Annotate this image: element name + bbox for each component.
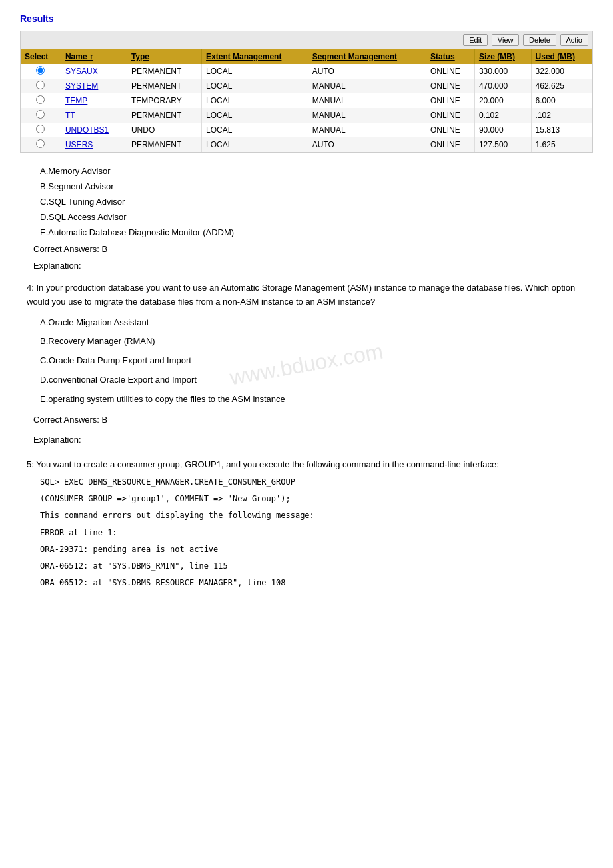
q4-option-D: D.conventional Oracle Export and Import <box>27 373 593 387</box>
table-row: USERS PERMANENT LOCAL AUTO ONLINE 127.50… <box>21 137 592 152</box>
col-used[interactable]: Used (MB) <box>531 49 592 64</box>
row-size: 330.000 <box>474 64 531 79</box>
row-segment: AUTO <box>308 137 426 152</box>
row-name[interactable]: SYSTEM <box>61 79 127 93</box>
row-status: ONLINE <box>426 93 475 108</box>
row-type: PERMANENT <box>127 137 201 152</box>
q4-option-E: E.operating system utilities to copy the… <box>27 393 593 407</box>
row-radio-cell[interactable] <box>21 108 61 123</box>
q5-text: You want to create a consumer group, GRO… <box>36 459 499 469</box>
col-select: Select <box>21 49 61 64</box>
row-size: 0.102 <box>474 108 531 123</box>
q5-code-line-3: ERROR at line 1: <box>27 527 593 539</box>
q5-code-line-5: ORA-06512: at "SYS.DBMS_RMIN", line 115 <box>27 560 593 573</box>
row-name[interactable]: SYSAUX <box>61 64 127 79</box>
table-toolbar: Edit View Delete Actio <box>21 31 592 49</box>
row-segment: MANUAL <box>308 123 426 137</box>
row-size: 20.000 <box>474 93 531 108</box>
row-size: 470.000 <box>474 79 531 93</box>
table-row: SYSTEM PERMANENT LOCAL MANUAL ONLINE 470… <box>21 79 592 93</box>
row-size: 127.500 <box>474 137 531 152</box>
table-row: TEMP TEMPORARY LOCAL MANUAL ONLINE 20.00… <box>21 93 592 108</box>
q5-number: 5: <box>27 459 34 469</box>
col-size[interactable]: Size (MB) <box>474 49 531 64</box>
view-button[interactable]: View <box>492 34 520 46</box>
row-radio[interactable] <box>36 110 45 119</box>
q3-option-E: E.Automatic Database Diagnostic Monitor … <box>27 227 586 237</box>
q4-explanation: Explanation: <box>27 433 593 447</box>
row-segment: MANUAL <box>308 79 426 93</box>
row-type: UNDO <box>127 123 201 137</box>
row-used: 322.000 <box>531 64 592 79</box>
q3-option-B: B.Segment Advisor <box>27 181 586 191</box>
row-name[interactable]: USERS <box>61 137 127 152</box>
col-segment[interactable]: Segment Management <box>308 49 426 64</box>
col-extent[interactable]: Extent Management <box>202 49 308 64</box>
row-radio[interactable] <box>36 81 45 89</box>
delete-button[interactable]: Delete <box>523 34 556 46</box>
row-extent: LOCAL <box>202 123 308 137</box>
question3-options: A.Memory AdvisorB.Segment AdvisorC.SQL T… <box>20 166 593 271</box>
table-row: UNDOTBS1 UNDO LOCAL MANUAL ONLINE 90.000… <box>21 123 592 137</box>
row-status: ONLINE <box>426 64 475 79</box>
row-radio-cell[interactable] <box>21 93 61 108</box>
q4-option-C: C.Oracle Data Pump Export and Import <box>27 354 593 368</box>
row-used: 15.813 <box>531 123 592 137</box>
row-radio-cell[interactable] <box>21 123 61 137</box>
row-name[interactable]: TEMP <box>61 93 127 108</box>
q4-text: 4: In your production database you want … <box>27 281 593 309</box>
row-type: PERMANENT <box>127 79 201 93</box>
table-row: SYSAUX PERMANENT LOCAL AUTO ONLINE 330.0… <box>21 64 592 79</box>
row-type: PERMANENT <box>127 64 201 79</box>
row-type: PERMANENT <box>127 108 201 123</box>
row-radio-cell[interactable] <box>21 64 61 79</box>
q4-correct: Correct Answers: B <box>27 413 593 427</box>
row-status: ONLINE <box>426 137 475 152</box>
row-radio[interactable] <box>36 95 45 104</box>
q5-code-line-6: ORA-06512: at "SYS.DBMS_RESOURCE_MANAGER… <box>27 577 593 589</box>
q3-option-D: D.SQL Access Advisor <box>27 212 586 222</box>
table-container: Edit View Delete Actio Select Name ↑ Typ… <box>20 31 593 153</box>
q5-code-line-4: ORA-29371: pending area is not active <box>27 543 593 556</box>
col-status[interactable]: Status <box>426 49 475 64</box>
q5-code-line-0: SQL> EXEC DBMS_RESOURCE_MANAGER.CREATE_C… <box>27 476 593 489</box>
action-button[interactable]: Actio <box>560 34 588 46</box>
q3-option-C: C.SQL Tuning Advisor <box>27 197 586 207</box>
q5-code-line-1: (CONSUMER_GROUP =>'group1', COMMENT => '… <box>27 493 593 505</box>
row-name[interactable]: TT <box>61 108 127 123</box>
row-status: ONLINE <box>426 108 475 123</box>
question4-block: www.bduox.com 4: In your production data… <box>20 281 593 447</box>
row-used: 1.625 <box>531 137 592 152</box>
row-segment: MANUAL <box>308 93 426 108</box>
tablespace-table: Select Name ↑ Type Extent Management Seg… <box>21 49 592 152</box>
row-segment: MANUAL <box>308 108 426 123</box>
q3-correct: Correct Answers: B <box>27 244 586 254</box>
q4-number: 4: <box>27 283 34 293</box>
row-status: ONLINE <box>426 123 475 137</box>
row-radio[interactable] <box>36 66 45 75</box>
question5-block: 5: You want to create a consumer group, … <box>20 458 593 589</box>
row-extent: LOCAL <box>202 93 308 108</box>
row-segment: AUTO <box>308 64 426 79</box>
row-used: 6.000 <box>531 93 592 108</box>
row-type: TEMPORARY <box>127 93 201 108</box>
row-radio[interactable] <box>36 139 45 148</box>
row-used: 462.625 <box>531 79 592 93</box>
q3-option-A: A.Memory Advisor <box>27 166 586 176</box>
q4-body: In your production database you want to … <box>27 283 575 307</box>
row-radio[interactable] <box>36 125 45 133</box>
row-size: 90.000 <box>474 123 531 137</box>
q3-explanation: Explanation: <box>27 261 586 271</box>
row-name[interactable]: UNDOTBS1 <box>61 123 127 137</box>
row-radio-cell[interactable] <box>21 79 61 93</box>
row-extent: LOCAL <box>202 137 308 152</box>
edit-button[interactable]: Edit <box>463 34 488 46</box>
table-row: TT PERMANENT LOCAL MANUAL ONLINE 0.102 .… <box>21 108 592 123</box>
q5-code-line-2: This command errors out displaying the f… <box>27 509 593 522</box>
row-extent: LOCAL <box>202 64 308 79</box>
col-name[interactable]: Name ↑ <box>61 49 127 64</box>
row-used: .102 <box>531 108 592 123</box>
col-type[interactable]: Type <box>127 49 201 64</box>
row-radio-cell[interactable] <box>21 137 61 152</box>
row-extent: LOCAL <box>202 108 308 123</box>
